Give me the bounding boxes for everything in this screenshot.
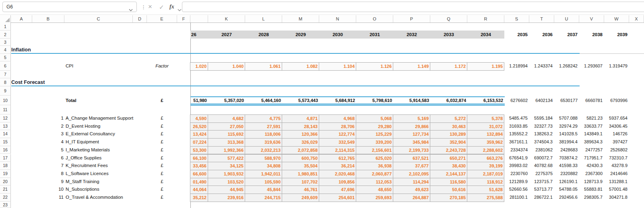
- formula-bar-input[interactable]: [182, 2, 644, 12]
- cell-item-4-plain-1[interactable]: 367161.1: [504, 138, 529, 146]
- cell-item-10-3[interactable]: 46,761: [282, 186, 319, 194]
- cell-item-11-2[interactable]: 244,715: [245, 194, 282, 202]
- cell-item-1-5[interactable]: 5,068: [356, 114, 393, 123]
- cell-year-2037[interactable]: 2037: [554, 31, 579, 39]
- cell-item-3-plain-5[interactable]: 146726: [604, 130, 629, 138]
- cell-item-5-7[interactable]: 2,243,728: [430, 146, 467, 155]
- cell-item-8-1[interactable]: 1,903,932: [208, 170, 245, 178]
- item-name[interactable]: J_Office Supplies: [66, 154, 101, 162]
- row-header-23[interactable]: 23: [0, 202, 11, 208]
- cell-year-2027[interactable]: 2027: [208, 31, 245, 39]
- cell-item-6-4[interactable]: 612,765: [319, 154, 356, 163]
- cell-item-4-4[interactable]: 332,549: [319, 138, 356, 147]
- cell-item-4-6[interactable]: 345,984: [393, 138, 430, 147]
- cell-item-4-plain-2[interactable]: 374504.3: [529, 138, 554, 146]
- cell-item-5-plain-3[interactable]: 2428683: [554, 146, 579, 154]
- cell-item-9-plain-1[interactable]: 121289.9: [504, 178, 529, 186]
- cell-cpi-3[interactable]: 1.082: [282, 62, 319, 71]
- function-chevron-down-icon[interactable]: [178, 6, 182, 13]
- cell-item-1-plain-2[interactable]: 5595.184: [529, 114, 554, 122]
- cell-total-plain-5[interactable]: 6793996: [604, 97, 629, 104]
- cell-item-6-2[interactable]: 588,970: [245, 154, 282, 163]
- column-header-V[interactable]: V: [579, 15, 604, 22]
- cell-item-11-plain-1[interactable]: 281100.1: [504, 194, 529, 202]
- cell-cpi-1[interactable]: 1.040: [208, 62, 245, 71]
- cell-J10[interactable]: 51,980: [190, 97, 208, 104]
- cell-cpi-plain-2[interactable]: 1.243374: [529, 61, 554, 71]
- row-header-22[interactable]: 22: [0, 194, 11, 202]
- cell-item-4-1[interactable]: 313,368: [208, 138, 245, 147]
- column-header-S[interactable]: S: [504, 15, 529, 22]
- cell-item-2-plain-4[interactable]: 33633.77: [579, 122, 604, 131]
- column-header-partial[interactable]: [190, 15, 208, 22]
- row-header-11[interactable]: 11: [0, 105, 11, 114]
- cell-item-3-clip[interactable]: 13,424: [190, 130, 208, 139]
- row-header-9[interactable]: 9: [0, 86, 11, 96]
- cell-item-6-7[interactable]: 650,271: [430, 154, 467, 163]
- cell-item-2-plain-3[interactable]: 32974.29: [554, 122, 579, 131]
- cell-item-7-2[interactable]: 34,808: [245, 162, 282, 170]
- cell-item-10-4[interactable]: 47,696: [319, 186, 356, 194]
- cell-item-10-1[interactable]: 44,945: [208, 186, 245, 194]
- cell-item-7-7[interactable]: 38,430: [430, 162, 467, 170]
- cell-year-2036[interactable]: 2036: [529, 31, 554, 39]
- cell-item-6-plain-4[interactable]: 717951.7: [579, 154, 604, 162]
- item-name[interactable]: E_External Consultancy: [66, 130, 115, 138]
- cell-item-11-6[interactable]: 264,887: [393, 194, 430, 202]
- cell-item-5-clip[interactable]: 53,300: [190, 146, 208, 155]
- row-header-20[interactable]: 20: [0, 178, 11, 186]
- cell-item-7-1[interactable]: 34,125: [208, 162, 245, 170]
- cell-year-2039[interactable]: 2039: [604, 31, 629, 39]
- cell-item-7-8[interactable]: 39,199: [467, 162, 504, 170]
- cell-item-9-6[interactable]: 114,294: [393, 178, 430, 186]
- column-header-C[interactable]: C: [64, 15, 133, 22]
- cell-item-8-6[interactable]: 2,102,095: [393, 170, 430, 178]
- cell-J6[interactable]: 1.020: [190, 62, 208, 71]
- cell-item-9-clip[interactable]: 01,490: [190, 178, 208, 186]
- cell-item-4-plain-5[interactable]: 397427: [604, 138, 629, 146]
- cell-item-3-7[interactable]: 130,289: [430, 130, 467, 139]
- row-header-1[interactable]: 1: [0, 22, 11, 31]
- row-header-19[interactable]: 19: [0, 170, 11, 178]
- cell-item-3-plain-1[interactable]: 135552.2: [504, 130, 529, 138]
- cell-item-2-3[interactable]: 28,143: [282, 122, 319, 131]
- cell-item-11-plain-4[interactable]: 298305.7: [579, 194, 604, 202]
- cell-item-7-3[interactable]: 35,504: [282, 162, 319, 170]
- cell-item-1-plain-1[interactable]: 5485.475: [504, 114, 529, 122]
- column-header-M[interactable]: M: [282, 15, 319, 22]
- insert-function-icon[interactable]: fx: [169, 4, 174, 10]
- cell-item-4-2[interactable]: 319,636: [245, 138, 282, 147]
- cell-item-9-7[interactable]: 116,580: [430, 178, 467, 186]
- cell-total-4[interactable]: 5,684,912: [319, 97, 356, 104]
- cell-item-7-plain-1[interactable]: 39983.02: [504, 162, 529, 170]
- cell-cpi-5[interactable]: 1.126: [356, 62, 393, 71]
- cell-item-8-4[interactable]: 2,020,468: [319, 170, 356, 178]
- cell-item-10-6[interactable]: 49,623: [393, 186, 430, 194]
- cell-item-7-plain-4[interactable]: 42430.3: [579, 162, 604, 170]
- cell-item-7-5[interactable]: 36,938: [356, 162, 393, 170]
- item-name[interactable]: K_Recruitment Fees: [66, 162, 108, 170]
- cell-item-10-7[interactable]: 50,616: [430, 186, 467, 194]
- cell-item-8-plain-1[interactable]: 2230760: [504, 170, 529, 178]
- cell-item-9-3[interactable]: 107,702: [282, 178, 319, 186]
- item-name[interactable]: O_Travel & Accommodation: [66, 194, 123, 202]
- cell-item-8-3[interactable]: 1,980,851: [282, 170, 319, 178]
- row-header-2[interactable]: 2: [0, 31, 11, 39]
- cell-item-8-clip[interactable]: 66,600: [190, 170, 208, 178]
- column-header-A[interactable]: A: [11, 15, 32, 22]
- cell-item-1-7[interactable]: 5,272: [430, 114, 467, 123]
- item-name[interactable]: A_Change Management Support: [66, 114, 133, 122]
- cell-item-11-plain-3[interactable]: 292456.6: [554, 194, 579, 202]
- cell-item-11-1[interactable]: 239,916: [208, 194, 245, 202]
- row-header-12[interactable]: 12: [0, 114, 11, 122]
- column-header-L[interactable]: L: [245, 15, 282, 22]
- cell-item-2-5[interactable]: 29,280: [356, 122, 393, 131]
- cell-item-6-plain-1[interactable]: 676541.9: [504, 154, 529, 162]
- item-name[interactable]: M_Staff Training: [66, 178, 99, 186]
- cell-cpi-plain-4[interactable]: 1.293607: [579, 61, 604, 71]
- cell-item-4-clip[interactable]: 07,224: [190, 138, 208, 147]
- cell-item-6-8[interactable]: 663,276: [467, 154, 504, 163]
- cell-item-3-plain-4[interactable]: 143849.1: [579, 130, 604, 138]
- cell-total-plain-4[interactable]: 6660781: [579, 97, 604, 104]
- cell-cpi-plain-5[interactable]: 1.319479: [604, 61, 629, 71]
